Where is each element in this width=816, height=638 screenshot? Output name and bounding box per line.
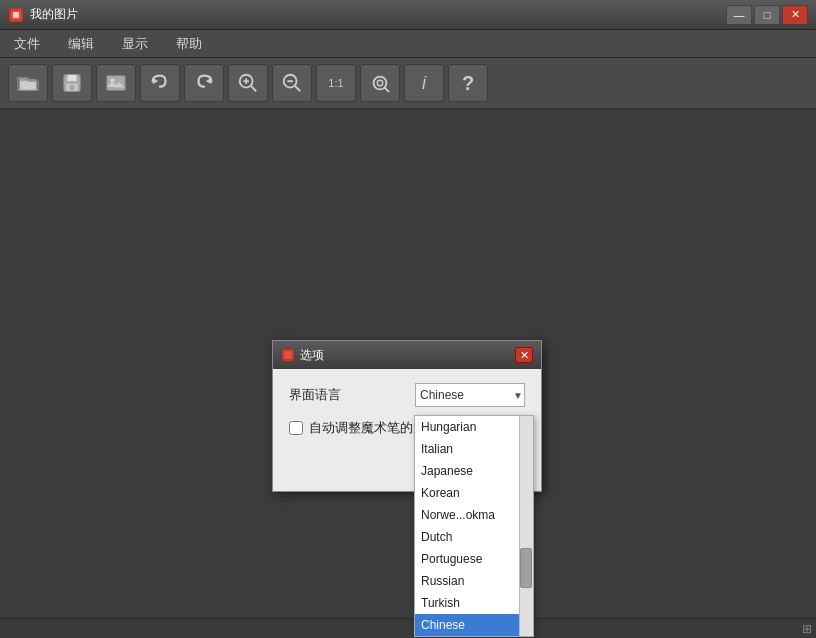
- undo-btn[interactable]: [140, 64, 180, 102]
- dropdown-item-russian[interactable]: Russian: [415, 570, 533, 592]
- dropdown-item-portuguese[interactable]: Portuguese: [415, 548, 533, 570]
- dropdown-item-norwegian[interactable]: Norwe...okma: [415, 504, 533, 526]
- svg-rect-22: [284, 351, 292, 359]
- dialog-close-button[interactable]: ✕: [515, 347, 533, 363]
- dialog-title-text: 选项: [300, 347, 324, 364]
- redo-icon: [193, 72, 215, 94]
- main-area: 选项 ✕ 界面语言 Chinese ▼ 自动调整魔术笔的大小 OK: [0, 110, 816, 618]
- dropdown-item-korean[interactable]: Korean: [415, 482, 533, 504]
- zoom-out-icon: [281, 72, 303, 94]
- svg-point-19: [377, 80, 383, 86]
- save-btn[interactable]: [52, 64, 92, 102]
- toolbar: 1:1 i ?: [0, 58, 816, 110]
- dropdown-item-hungarian[interactable]: Hungarian: [415, 416, 533, 438]
- menu-edit[interactable]: 编辑: [62, 33, 100, 55]
- dropdown-item-japanese[interactable]: Japanese: [415, 460, 533, 482]
- menu-help[interactable]: 帮助: [170, 33, 208, 55]
- svg-rect-4: [67, 75, 76, 81]
- undo-icon: [149, 72, 171, 94]
- menu-file[interactable]: 文件: [8, 33, 46, 55]
- svg-line-14: [251, 86, 257, 92]
- dropdown-list: Hungarian Italian Japanese Korean Norwe.…: [414, 415, 534, 637]
- language-label: 界面语言: [289, 386, 341, 404]
- close-button[interactable]: ✕: [782, 5, 808, 25]
- image-icon: [105, 72, 127, 94]
- image-btn[interactable]: [96, 64, 136, 102]
- menu-view[interactable]: 显示: [116, 33, 154, 55]
- dropdown-scrollbar[interactable]: [519, 416, 533, 636]
- zoom-in-btn[interactable]: [228, 64, 268, 102]
- dropdown-item-chinese[interactable]: Chinese: [415, 614, 533, 636]
- auto-adjust-checkbox[interactable]: [289, 421, 303, 435]
- redo-btn[interactable]: [184, 64, 224, 102]
- info-btn[interactable]: i: [404, 64, 444, 102]
- maximize-button[interactable]: □: [754, 5, 780, 25]
- svg-marker-9: [153, 78, 159, 84]
- dialog-titlebar: 选项 ✕: [273, 341, 541, 369]
- title-controls: — □ ✕: [726, 5, 808, 25]
- language-row: 界面语言 Chinese ▼: [289, 383, 525, 407]
- help-btn[interactable]: ?: [448, 64, 488, 102]
- language-select[interactable]: Chinese: [415, 383, 525, 407]
- svg-point-18: [374, 77, 387, 90]
- language-select-wrapper: Chinese ▼: [415, 383, 525, 407]
- zoom-fit-icon: [369, 72, 391, 94]
- svg-rect-2: [13, 12, 19, 18]
- open-folder-btn[interactable]: [8, 64, 48, 102]
- zoom-out-btn[interactable]: [272, 64, 312, 102]
- minimize-button[interactable]: —: [726, 5, 752, 25]
- dropdown-item-dutch[interactable]: Dutch: [415, 526, 533, 548]
- svg-line-17: [295, 86, 301, 92]
- status-icon: ⊞: [802, 622, 812, 636]
- title-bar: 我的图片 — □ ✕: [0, 0, 816, 30]
- zoom-in-icon: [237, 72, 259, 94]
- dropdown-item-turkish[interactable]: Turkish: [415, 592, 533, 614]
- scrollbar-thumb[interactable]: [520, 548, 532, 588]
- dropdown-item-italian[interactable]: Italian: [415, 438, 533, 460]
- menu-bar: 文件 编辑 显示 帮助: [0, 30, 816, 58]
- svg-line-20: [385, 88, 390, 93]
- svg-marker-10: [206, 78, 212, 84]
- zoom-fit-btn[interactable]: [360, 64, 400, 102]
- save-icon: [61, 72, 83, 94]
- folder-icon: [17, 72, 39, 94]
- title-left: 我的图片: [8, 6, 78, 23]
- svg-rect-6: [69, 85, 75, 91]
- title-text: 我的图片: [30, 6, 78, 23]
- dialog-title-left: 选项: [281, 347, 324, 364]
- status-bar: ⊞: [0, 618, 816, 638]
- zoom-1-btn[interactable]: 1:1: [316, 64, 356, 102]
- dialog-icon: [281, 348, 295, 362]
- app-icon: [8, 7, 24, 23]
- svg-rect-7: [107, 76, 125, 91]
